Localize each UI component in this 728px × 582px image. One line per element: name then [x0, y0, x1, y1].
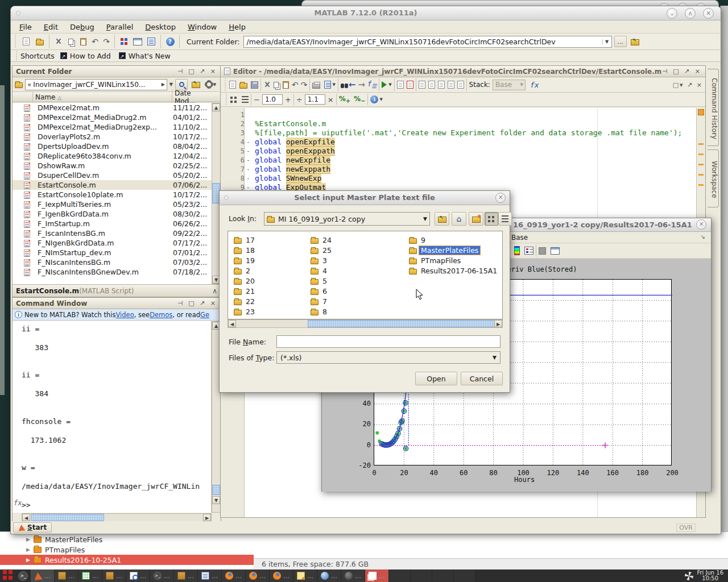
menu-edit[interactable]: Edit [44, 23, 58, 31]
app-launcher-button[interactable] [0, 570, 15, 581]
folder-item[interactable]: 19 [234, 255, 308, 265]
scrollbar-thumb[interactable] [31, 514, 104, 521]
current-folder-header[interactable]: Current Folder ⊣ □ ↗ × [13, 66, 221, 77]
expander-icon[interactable]: ▶ [26, 557, 30, 563]
folder-item[interactable]: 24 [311, 235, 384, 245]
file-row[interactable]: DMPexcel2mat_MediaDrug2exp...11/10/2... [13, 122, 212, 132]
scroll-right-arrow[interactable]: ▶ [203, 514, 211, 521]
file-row[interactable]: F_NImStartup_dev.m07/01/2... [13, 248, 212, 257]
folder-item[interactable]: 8 [311, 306, 384, 317]
cancel-button[interactable]: Cancel [461, 372, 503, 385]
expander-icon[interactable]: ▶ [26, 547, 30, 552]
comment-icon[interactable]: %+ [339, 95, 350, 104]
divide-field[interactable]: 1.1 [305, 94, 325, 105]
shade-button[interactable]: ⌄ [667, 8, 677, 19]
menu-file[interactable]: File [19, 23, 32, 31]
undo-icon[interactable]: ↶ [292, 80, 299, 89]
task-bluecircle[interactable]: … [317, 569, 341, 582]
new-script-icon[interactable] [229, 81, 236, 89]
file-row[interactable]: F_ImStartup.m06/26/2... [13, 219, 212, 228]
copy-icon[interactable] [274, 82, 279, 88]
scrollbar-thumb[interactable] [308, 320, 495, 327]
dialog-close-button[interactable]: ✕ [495, 193, 506, 203]
task-firefox[interactable]: … [270, 569, 293, 582]
paste-button[interactable] [77, 35, 89, 48]
code-line[interactable]: 5-global openExppath [221, 147, 696, 156]
close-button[interactable]: ✕ [703, 8, 714, 19]
file-row[interactable]: DReplicate96to384conv.m12/04/2... [13, 151, 212, 161]
look-in-combo[interactable]: MI 16_0919_yor1-2 copy ▼ [264, 212, 430, 226]
folder-item[interactable]: MasterPlateFiles [409, 245, 503, 255]
compare-icon[interactable] [397, 81, 404, 89]
home-button[interactable]: ⌂ [452, 212, 466, 226]
task-folder[interactable]: … [102, 569, 126, 582]
task-firefox[interactable]: … [246, 569, 270, 582]
scroll-right-arrow[interactable]: ▶ [494, 320, 502, 327]
print-icon[interactable] [312, 83, 320, 89]
task-firefox[interactable]: … [222, 569, 246, 582]
terminal-launcher-button[interactable]: >_ [15, 571, 31, 581]
profiler-button[interactable] [144, 35, 158, 48]
code-line[interactable]: 2%EstartConsole.m [221, 119, 696, 128]
tree-row[interactable]: ▶PTmapFiles [0, 544, 254, 555]
task-yellowdoc[interactable]: … [293, 569, 317, 582]
save-icon[interactable] [251, 81, 258, 89]
menu-help[interactable]: Help [229, 23, 246, 31]
legend-icon[interactable] [524, 247, 533, 255]
font-scale-field[interactable]: 1.0 [262, 94, 283, 105]
tree-row[interactable]: ▶MasterPlateFiles [0, 534, 254, 544]
file-row[interactable]: DMPexcel2mat_MediaDrug2.m04/01/2... [13, 113, 212, 122]
menu-parallel[interactable]: Parallel [106, 23, 133, 31]
folder-item[interactable]: 17 [234, 235, 308, 245]
decrease-font-icon[interactable]: − [254, 95, 260, 104]
redo-icon[interactable]: ↷ [301, 80, 308, 89]
cf-actions-button[interactable]: ▼ [204, 79, 218, 90]
folder-item[interactable]: 3 [311, 255, 384, 265]
panel-dock-icons[interactable]: ⊣ □ ↗ × [177, 68, 217, 75]
task-folder[interactable]: … [55, 569, 78, 582]
close-file-icon[interactable] [407, 81, 413, 89]
task-matlab[interactable]: … [31, 569, 55, 582]
run-icon[interactable] [382, 81, 387, 88]
help-button[interactable]: ? [163, 35, 177, 48]
matlab-titlebar[interactable]: MATLAB 7.12.0 (R2011a) ⌄ ∧ ✕ [11, 6, 721, 20]
task-bluedoc[interactable]: … [198, 569, 222, 582]
scroll-down-arrow[interactable]: ▼ [212, 496, 220, 504]
folder-item[interactable]: 18 [234, 245, 308, 255]
search-button[interactable] [175, 79, 188, 90]
copy-button[interactable] [64, 35, 77, 48]
cell-next-icon[interactable] [438, 81, 445, 89]
file-row[interactable]: DpertsUploadDev.m08/04/2... [13, 142, 212, 151]
editor-header[interactable]: Editor - /media/data/EASY/InovImager_jwr… [221, 66, 705, 77]
folder-item[interactable]: 20 [234, 276, 308, 286]
command-window-header[interactable]: Command Window ⊣ □ ↗ × [13, 298, 221, 309]
scrollbar-thumb[interactable] [212, 485, 220, 495]
demos-link[interactable]: Demos [150, 311, 172, 319]
increase-font-icon[interactable]: + [285, 95, 291, 104]
editor-float-icons[interactable]: □▾ ↗ × [673, 81, 703, 89]
undo-button[interactable]: ↶ [89, 35, 101, 48]
code-line[interactable]: 7-global newExppath [221, 165, 696, 174]
dialog-titlebar[interactable]: Select input Master Plate text file ✕ [220, 191, 510, 205]
scroll-left-arrow[interactable]: ◀ [22, 514, 30, 521]
code-line[interactable]: 1 [221, 110, 696, 119]
current-folder-combo[interactable]: /media/data/EASY/InovImager_jwrCF_WINLin… [243, 36, 612, 48]
task-darkcircle[interactable]: … [341, 569, 365, 582]
file-name-input[interactable] [276, 335, 500, 348]
code-line[interactable]: 6-global newExpfile [221, 156, 696, 165]
folder-item[interactable]: 25 [311, 245, 384, 255]
cut-icon[interactable] [263, 81, 271, 89]
folder-list[interactable]: 171819220212223 2425345678 9MasterPlateF… [228, 231, 503, 319]
workspace-switcher-icon[interactable] [685, 572, 693, 580]
redo-button[interactable]: ↷ [101, 35, 112, 48]
code-line[interactable]: 8-global SWnewExp [221, 174, 696, 183]
folder-item[interactable]: 7 [311, 296, 384, 306]
taskbar-clock[interactable]: Fri Jun 16 10:50 [697, 570, 723, 581]
list-view-button[interactable] [498, 212, 512, 226]
console-hscrollbar[interactable]: ◀ ▶ [22, 513, 212, 522]
shortcut-whats-new[interactable]: What's New [129, 52, 171, 60]
cell-divider-icon[interactable] [242, 96, 249, 103]
browse-folder-button[interactable]: ... [614, 36, 627, 47]
plot-tools-icon[interactable] [551, 247, 560, 255]
file-row[interactable]: EstartConsole10plate.m10/17/2... [13, 190, 212, 199]
